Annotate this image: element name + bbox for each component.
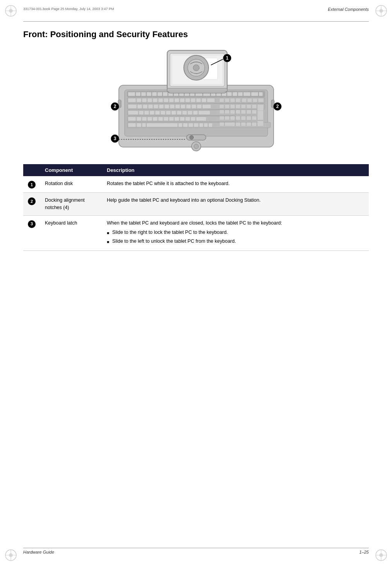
- table-header: Component Description: [23, 164, 369, 176]
- svg-rect-83: [230, 105, 235, 108]
- svg-rect-124: [219, 116, 224, 120]
- svg-rect-68: [137, 105, 142, 108]
- svg-text:2: 2: [113, 104, 116, 109]
- table-col-description: Description: [102, 164, 369, 176]
- svg-rect-94: [155, 111, 160, 115]
- svg-rect-116: [158, 117, 163, 121]
- svg-rect-131: [257, 111, 264, 120]
- svg-rect-144: [219, 122, 224, 126]
- top-rule: [23, 21, 369, 22]
- page-header: External Components: [23, 7, 369, 12]
- row-badge: 2: [23, 193, 40, 216]
- svg-point-157: [193, 65, 199, 71]
- svg-rect-120: [180, 117, 185, 121]
- corner-mark-bl: [4, 548, 18, 562]
- page-footer: Hardware Guide 1–25: [23, 548, 369, 554]
- svg-text:2: 2: [276, 104, 279, 109]
- svg-rect-71: [154, 105, 158, 108]
- svg-rect-119: [175, 117, 179, 121]
- svg-rect-20: [136, 92, 140, 96]
- badge-number: 2: [28, 197, 36, 205]
- svg-rect-136: [147, 123, 178, 127]
- svg-rect-69: [143, 105, 147, 108]
- svg-rect-38: [238, 92, 243, 96]
- svg-rect-74: [170, 105, 175, 108]
- svg-rect-25: [163, 92, 168, 96]
- svg-rect-54: [191, 98, 195, 102]
- svg-rect-109: [252, 110, 257, 114]
- table-col-component: Component: [40, 164, 102, 176]
- row-badge: 1: [23, 176, 40, 193]
- svg-text:3: 3: [113, 136, 116, 141]
- svg-rect-150: [257, 121, 264, 126]
- footer-right: 1–25: [359, 550, 369, 554]
- svg-rect-145: [225, 122, 235, 126]
- svg-rect-127: [236, 116, 240, 120]
- svg-rect-63: [247, 98, 252, 102]
- row-description: Help guide the tablet PC and keyboard in…: [102, 193, 369, 216]
- main-content: Front: Positioning and Security Features: [23, 21, 369, 251]
- svg-rect-65: [258, 98, 264, 102]
- row-component: Keyboard latch: [40, 215, 102, 250]
- svg-rect-138: [183, 123, 188, 127]
- svg-rect-70: [148, 105, 153, 108]
- row-component: Rotation disk: [40, 176, 102, 193]
- svg-rect-56: [202, 98, 206, 102]
- svg-rect-73: [164, 105, 169, 108]
- svg-rect-105: [230, 110, 235, 114]
- svg-rect-36: [227, 92, 232, 96]
- svg-rect-52: [180, 98, 185, 102]
- svg-rect-86: [246, 105, 251, 108]
- svg-rect-55: [196, 98, 201, 102]
- svg-rect-21: [141, 92, 146, 96]
- svg-rect-41: [259, 92, 263, 96]
- svg-rect-126: [230, 116, 235, 120]
- svg-rect-46: [147, 98, 152, 102]
- svg-rect-58: [219, 98, 224, 102]
- table-row: 2Docking alignment notches (4)Help guide…: [23, 193, 369, 216]
- corner-mark-tl: [4, 4, 18, 18]
- svg-rect-122: [191, 117, 195, 121]
- row-badge: 3: [23, 215, 40, 250]
- badge-number: 1: [28, 181, 36, 189]
- svg-rect-99: [182, 111, 187, 115]
- svg-rect-40: [251, 92, 258, 96]
- svg-rect-158: [167, 88, 227, 91]
- svg-rect-24: [157, 92, 162, 96]
- svg-rect-142: [204, 123, 208, 127]
- svg-rect-104: [225, 110, 229, 114]
- svg-rect-108: [246, 110, 251, 114]
- svg-rect-49: [164, 98, 168, 102]
- svg-rect-117: [164, 117, 168, 121]
- row-description: When the tablet PC and keyboard are clos…: [102, 215, 369, 250]
- svg-rect-77: [186, 105, 191, 108]
- svg-rect-62: [242, 98, 246, 102]
- svg-rect-149: [252, 122, 257, 126]
- svg-rect-37: [233, 92, 237, 96]
- device-image-container: 1 2 2 3: [23, 46, 369, 155]
- bullet-item: Slide to the left to unlock the tablet P…: [107, 238, 364, 245]
- svg-rect-60: [230, 98, 235, 102]
- svg-rect-19: [128, 92, 135, 96]
- svg-rect-85: [241, 105, 246, 108]
- svg-rect-61: [236, 98, 240, 102]
- svg-rect-23: [152, 92, 157, 96]
- svg-point-162: [190, 135, 193, 139]
- svg-rect-112: [137, 117, 141, 121]
- svg-rect-113: [142, 117, 147, 121]
- svg-rect-147: [241, 122, 246, 126]
- svg-rect-129: [246, 116, 251, 120]
- svg-rect-82: [225, 105, 229, 108]
- svg-rect-47: [153, 98, 157, 102]
- svg-rect-44: [137, 98, 141, 102]
- svg-rect-90: [128, 111, 138, 115]
- row-description: Rotates the tablet PC while it is attach…: [102, 176, 369, 193]
- footer-left: Hardware Guide: [23, 550, 54, 554]
- svg-rect-148: [246, 122, 251, 126]
- svg-rect-111: [128, 117, 136, 121]
- svg-rect-78: [192, 105, 196, 108]
- svg-rect-81: [219, 105, 224, 108]
- svg-rect-121: [185, 117, 190, 121]
- bullet-list: Slide to the right to lock the tablet PC…: [107, 229, 364, 245]
- svg-rect-128: [241, 116, 246, 120]
